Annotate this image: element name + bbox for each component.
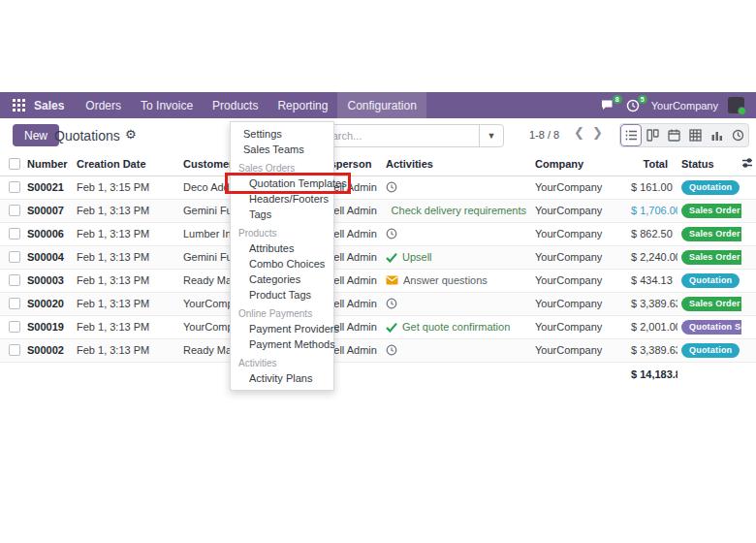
cell-activities[interactable] bbox=[383, 338, 526, 362]
company-switcher[interactable]: YourCompany bbox=[651, 100, 718, 112]
column-header-company[interactable]: Company bbox=[526, 152, 631, 176]
activity-label: Upsell bbox=[402, 251, 432, 263]
row-checkbox[interactable] bbox=[9, 274, 20, 286]
cell-company: YourCompany bbox=[526, 222, 631, 245]
nav-menu-configuration[interactable]: Configuration bbox=[337, 92, 425, 118]
cell-total: $ 161.00 bbox=[631, 176, 677, 199]
view-calendar-button[interactable] bbox=[663, 124, 684, 146]
quotations-list: Number Creation Date Customer Salesperso… bbox=[0, 152, 756, 387]
table-footer-row: $ 14,183.89 bbox=[0, 362, 756, 387]
column-header-number[interactable]: Number bbox=[23, 152, 74, 176]
menu-item-activity-plans[interactable]: Activity Plans bbox=[231, 370, 333, 386]
cell-company: YourCompany bbox=[526, 315, 631, 338]
envelope-icon bbox=[386, 275, 398, 285]
table-header-row: Number Creation Date Customer Salesperso… bbox=[0, 152, 756, 176]
menu-item-sales-teams[interactable]: Sales Teams bbox=[231, 142, 333, 157]
cell-activities[interactable]: Get quote confirmation bbox=[383, 315, 526, 338]
row-checkbox[interactable] bbox=[9, 228, 20, 240]
cell-creation-date: Feb 1, 3:13 PM bbox=[74, 199, 180, 222]
cell-activities[interactable] bbox=[383, 176, 526, 199]
gear-icon[interactable]: ⚙ bbox=[125, 127, 137, 142]
cell-activities[interactable] bbox=[383, 222, 526, 245]
table-row[interactable]: S00006Feb 1, 3:13 PMLumber IncMitchell A… bbox=[0, 222, 756, 245]
cell-total: $ 434.13 bbox=[631, 269, 677, 292]
row-checkbox[interactable] bbox=[9, 181, 20, 193]
activities-icon[interactable]: 5 bbox=[626, 99, 642, 112]
select-all-checkbox[interactable] bbox=[9, 158, 20, 170]
menu-item-headers-footers[interactable]: Headers/Footers bbox=[231, 191, 333, 207]
apps-grid-icon[interactable] bbox=[13, 99, 25, 112]
menu-section-activities: Activities bbox=[231, 357, 333, 370]
column-header-activities[interactable]: Activities bbox=[383, 152, 526, 176]
messages-icon[interactable]: 8 bbox=[601, 99, 616, 112]
cell-creation-date: Feb 1, 3:15 PM bbox=[74, 176, 180, 199]
cell-activities[interactable]: Check delivery requirements bbox=[383, 199, 526, 222]
cell-total: $ 2,001.00 bbox=[631, 315, 677, 338]
nav-menu-to-invoice[interactable]: To Invoice bbox=[131, 92, 203, 118]
activity-label: Get quote confirmation bbox=[402, 321, 510, 333]
menu-item-payment-methods[interactable]: Payment Methods bbox=[231, 336, 333, 352]
check-icon bbox=[386, 252, 397, 263]
pager-next-icon[interactable]: ❯ bbox=[592, 125, 603, 140]
table-row[interactable]: S00003Feb 1, 3:13 PMReady MatMitchell Ad… bbox=[0, 269, 756, 292]
view-pivot-button[interactable] bbox=[684, 124, 706, 146]
view-activity-button[interactable] bbox=[727, 124, 748, 146]
footer-total: $ 14,183.89 bbox=[631, 362, 677, 387]
cell-company: YourCompany bbox=[526, 199, 631, 222]
menu-item-combo-choices[interactable]: Combo Choices bbox=[231, 256, 333, 272]
row-checkbox[interactable] bbox=[9, 298, 20, 309]
status-badge: Quotation Sent bbox=[681, 320, 741, 335]
cell-activities[interactable]: Upsell bbox=[383, 245, 526, 269]
table-row[interactable]: S00021Feb 1, 3:15 PMDeco AddictMitchell … bbox=[0, 176, 756, 199]
nav-menu-products[interactable]: Products bbox=[203, 92, 268, 118]
cell-number: S00021 bbox=[23, 176, 74, 199]
row-checkbox[interactable] bbox=[9, 251, 20, 263]
top-navbar: Sales Orders To Invoice Products Reporti… bbox=[0, 92, 756, 118]
menu-item-quotation-templates[interactable]: Quotation Templates bbox=[231, 176, 333, 191]
cell-number: S00019 bbox=[23, 315, 74, 338]
user-avatar[interactable] bbox=[728, 97, 744, 113]
cell-activities[interactable] bbox=[383, 292, 526, 315]
search-dropdown-toggle[interactable]: ▼ bbox=[479, 125, 503, 146]
cell-creation-date: Feb 1, 3:13 PM bbox=[74, 338, 180, 362]
adjust-columns-icon[interactable] bbox=[741, 152, 756, 176]
page-title: Quotations bbox=[54, 128, 120, 144]
column-header-status[interactable]: Status bbox=[677, 152, 741, 176]
nav-menu-orders[interactable]: Orders bbox=[76, 92, 131, 118]
cell-creation-date: Feb 1, 3:13 PM bbox=[74, 222, 180, 245]
menu-item-tags[interactable]: Tags bbox=[231, 207, 333, 222]
menu-item-categories[interactable]: Categories bbox=[231, 272, 333, 287]
menu-item-attributes[interactable]: Attributes bbox=[231, 240, 333, 256]
menu-item-product-tags[interactable]: Product Tags bbox=[231, 287, 333, 303]
new-button[interactable]: New bbox=[13, 124, 59, 146]
search-input[interactable]: Search... bbox=[319, 130, 479, 142]
cell-company: YourCompany bbox=[526, 292, 631, 315]
clock-icon bbox=[386, 344, 397, 356]
view-list-button[interactable] bbox=[620, 124, 642, 146]
row-checkbox[interactable] bbox=[9, 321, 20, 333]
cell-number: S00006 bbox=[23, 222, 74, 245]
view-kanban-button[interactable] bbox=[642, 124, 663, 146]
row-checkbox[interactable] bbox=[9, 205, 20, 216]
cell-activities[interactable]: Answer questions bbox=[383, 269, 526, 292]
table-row[interactable]: S00004Feb 1, 3:13 PMGemini FurnitureMitc… bbox=[0, 245, 756, 269]
cell-creation-date: Feb 1, 3:13 PM bbox=[74, 315, 180, 338]
cell-total: $ 3,389.63 bbox=[631, 292, 677, 315]
table-row[interactable]: S00007Feb 1, 3:13 PMGemini FurnitureMitc… bbox=[0, 199, 756, 222]
view-graph-button[interactable] bbox=[706, 124, 727, 146]
nav-app-sales[interactable]: Sales bbox=[34, 92, 76, 118]
pager-value: 1-8 / 8 bbox=[529, 129, 559, 141]
table-row[interactable]: S00020Feb 1, 3:13 PMYourCompanyMitchell … bbox=[0, 292, 756, 315]
column-header-creation-date[interactable]: Creation Date bbox=[74, 152, 180, 176]
menu-item-settings[interactable]: Settings bbox=[231, 126, 333, 142]
column-header-total[interactable]: Total bbox=[631, 152, 677, 176]
pager-previous-icon[interactable]: ❮ bbox=[574, 125, 584, 140]
table-row[interactable]: S00002Feb 1, 3:13 PMReady MatMitchell Ad… bbox=[0, 338, 756, 362]
nav-menu-reporting[interactable]: Reporting bbox=[268, 92, 337, 118]
row-checkbox[interactable] bbox=[9, 344, 20, 356]
menu-item-payment-providers[interactable]: Payment Providers bbox=[231, 321, 333, 336]
table-row[interactable]: S00019Feb 1, 3:13 PMYourCompanyMitchell … bbox=[0, 315, 756, 338]
menu-section-sales-orders: Sales Orders bbox=[231, 162, 333, 176]
systray: 8 5 YourCompany bbox=[601, 97, 756, 113]
configuration-dropdown: Settings Sales Teams Sales Orders Quotat… bbox=[230, 121, 334, 391]
